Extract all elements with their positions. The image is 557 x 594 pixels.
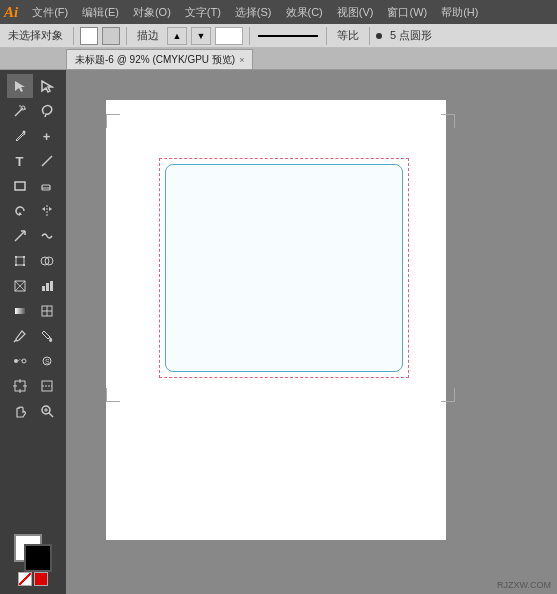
svg-rect-28 bbox=[42, 286, 45, 291]
crosshair-left-top bbox=[106, 114, 120, 115]
add-anchor-btn[interactable]: + bbox=[34, 124, 60, 148]
warp-btn[interactable] bbox=[34, 224, 60, 248]
eraser-btn[interactable] bbox=[34, 174, 60, 198]
eyedropper-btn[interactable] bbox=[7, 324, 33, 348]
tool-row-9 bbox=[7, 274, 60, 298]
left-toolbar: + T bbox=[0, 70, 66, 594]
separator-1 bbox=[73, 27, 74, 45]
stroke-color-box[interactable] bbox=[102, 27, 120, 45]
background-color[interactable] bbox=[24, 544, 52, 572]
tool-row-11 bbox=[7, 324, 60, 348]
menu-edit[interactable]: 编辑(E) bbox=[76, 3, 125, 22]
lasso-btn[interactable] bbox=[34, 99, 60, 123]
main-area: + T bbox=[0, 70, 557, 594]
svg-rect-20 bbox=[23, 256, 25, 258]
symbol-btn[interactable]: S bbox=[34, 349, 60, 373]
color-pair[interactable] bbox=[14, 534, 52, 570]
paintbucket-btn[interactable] bbox=[34, 324, 60, 348]
tool-row-5 bbox=[7, 174, 60, 198]
menu-text[interactable]: 文字(T) bbox=[179, 3, 227, 22]
tool-row-2 bbox=[7, 99, 60, 123]
canvas-area[interactable]: RJZXW.COM bbox=[66, 70, 557, 594]
svg-point-37 bbox=[22, 359, 26, 363]
zoom-tool-btn[interactable] bbox=[34, 399, 60, 423]
select-tool-btn[interactable] bbox=[7, 74, 33, 98]
crosshair-bottom-left bbox=[106, 388, 107, 402]
app-logo: Ai bbox=[4, 4, 18, 21]
crosshair-right-top bbox=[441, 114, 455, 115]
red-box[interactable] bbox=[34, 572, 48, 586]
svg-line-15 bbox=[15, 231, 25, 241]
menu-object[interactable]: 对象(O) bbox=[127, 3, 177, 22]
tool-row-14 bbox=[7, 399, 60, 423]
options-toolbar: 未选择对象 描边 ▲ ▼ 1 pt 等比 5 点圆形 bbox=[0, 24, 557, 48]
tool-row-1 bbox=[7, 74, 60, 98]
svg-rect-18 bbox=[16, 257, 24, 265]
pen-btn[interactable] bbox=[7, 124, 33, 148]
graph-btn[interactable] bbox=[34, 274, 60, 298]
slice-btn[interactable] bbox=[34, 374, 60, 398]
rotate-btn[interactable] bbox=[7, 199, 33, 223]
tool-row-10 bbox=[7, 299, 60, 323]
content-box bbox=[165, 164, 403, 372]
shape-label: 5 点圆形 bbox=[386, 28, 436, 43]
separator-4 bbox=[326, 27, 327, 45]
menu-effect[interactable]: 效果(C) bbox=[280, 3, 329, 22]
rect-btn[interactable] bbox=[7, 174, 33, 198]
menu-select[interactable]: 选择(S) bbox=[229, 3, 278, 22]
svg-rect-31 bbox=[15, 308, 25, 314]
selection-label: 未选择对象 bbox=[4, 28, 67, 43]
blend-btn[interactable] bbox=[7, 349, 33, 373]
none-box[interactable] bbox=[18, 572, 32, 586]
type-btn[interactable]: T bbox=[7, 149, 33, 173]
shape-builder-btn[interactable] bbox=[34, 249, 60, 273]
crosshair-right-bottom bbox=[441, 401, 455, 402]
svg-line-35 bbox=[14, 340, 16, 342]
crosshair-top-left bbox=[106, 114, 107, 128]
stroke-label: 描边 bbox=[133, 28, 163, 43]
crosshair-bottom-right bbox=[454, 388, 455, 402]
svg-text:S: S bbox=[45, 358, 50, 365]
document-tab[interactable]: 未标题-6 @ 92% (CMYK/GPU 预览) × bbox=[66, 49, 253, 69]
dot-indicator bbox=[376, 33, 382, 39]
separator-2 bbox=[126, 27, 127, 45]
gradient-btn[interactable] bbox=[7, 299, 33, 323]
reflect-btn[interactable] bbox=[34, 199, 60, 223]
stroke-up-btn[interactable]: ▲ bbox=[167, 27, 187, 45]
mesh-btn[interactable] bbox=[34, 299, 60, 323]
hand-btn[interactable] bbox=[7, 399, 33, 423]
menu-window[interactable]: 窗口(W) bbox=[381, 3, 433, 22]
tool-row-8 bbox=[7, 249, 60, 273]
svg-marker-0 bbox=[15, 81, 25, 92]
tab-close-btn[interactable]: × bbox=[239, 55, 244, 65]
separator-5 bbox=[369, 27, 370, 45]
watermark: RJZXW.COM bbox=[497, 580, 551, 590]
svg-rect-29 bbox=[46, 283, 49, 291]
menu-help[interactable]: 帮助(H) bbox=[435, 3, 484, 22]
tool-row-6 bbox=[7, 199, 60, 223]
tool-row-4: T bbox=[7, 149, 60, 173]
svg-line-7 bbox=[42, 156, 52, 166]
scale-btn[interactable] bbox=[7, 224, 33, 248]
color-mini-row bbox=[18, 572, 48, 586]
svg-rect-21 bbox=[15, 264, 17, 266]
menu-file[interactable]: 文件(F) bbox=[26, 3, 74, 22]
menu-view[interactable]: 视图(V) bbox=[331, 3, 380, 22]
direct-select-tool-btn[interactable] bbox=[34, 74, 60, 98]
free-transform-btn[interactable] bbox=[7, 249, 33, 273]
crosshair-top-right bbox=[454, 114, 455, 128]
tabbar: 未标题-6 @ 92% (CMYK/GPU 预览) × bbox=[0, 48, 557, 70]
svg-marker-13 bbox=[42, 207, 45, 211]
svg-rect-8 bbox=[15, 182, 25, 190]
magic-wand-btn[interactable] bbox=[7, 99, 33, 123]
artboard-btn[interactable] bbox=[7, 374, 33, 398]
svg-line-48 bbox=[49, 413, 53, 417]
tool-row-3: + bbox=[7, 124, 60, 148]
stroke-down-btn[interactable]: ▼ bbox=[191, 27, 211, 45]
fill-color-box[interactable] bbox=[80, 27, 98, 45]
svg-rect-22 bbox=[23, 264, 25, 266]
tool-row-7 bbox=[7, 224, 60, 248]
line-btn[interactable] bbox=[34, 149, 60, 173]
stroke-value-input[interactable]: 1 pt bbox=[215, 27, 243, 45]
perspective-btn[interactable] bbox=[7, 274, 33, 298]
